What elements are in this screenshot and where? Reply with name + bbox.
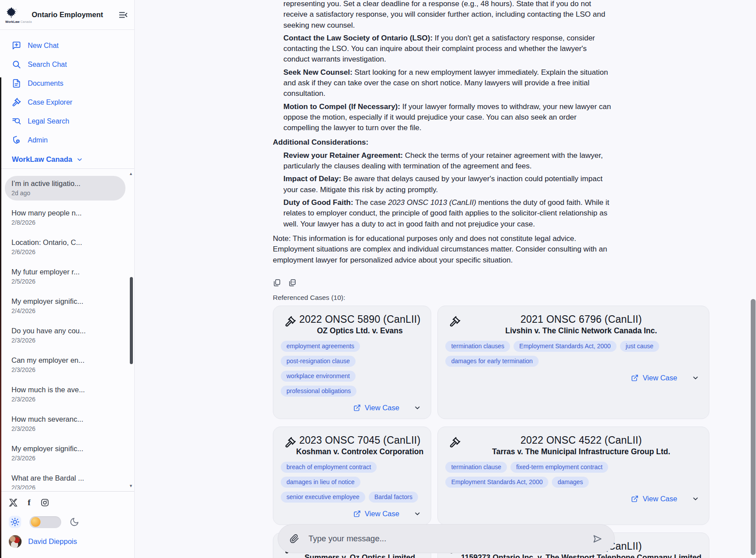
sidebar-item-legal-search[interactable]: Legal Search [0,112,134,131]
chat-history-item[interactable]: What are the Bardal ... 2/3/2026 [5,470,125,489]
sidebar-item-search-chat[interactable]: Search Chat [0,55,134,74]
user-name: David Dieppois [28,537,77,546]
gavel-icon [449,437,461,448]
chat-item-date: 2/3/2026 [11,455,119,462]
workspace-selector[interactable]: WorkLaw Canada [0,150,134,168]
expand-case-chevron-icon[interactable] [692,495,699,503]
view-case-button[interactable]: View Case [631,374,677,382]
x-icon[interactable] [9,498,18,507]
send-icon[interactable] [592,533,603,544]
case-tag: employment agreements [281,341,360,352]
legal-search-icon [12,117,21,126]
workspace-label: WorkLaw Canada [12,155,72,164]
chat-item-date: 2/3/2026 [11,366,119,373]
chat-item-title: Can my employer en... [11,356,119,365]
shield-user-icon [12,135,21,145]
chat-history-item[interactable]: My employer signific... 2/3/2026 [5,441,125,466]
desktop-edge-strip [0,77,1,558]
referenced-cases-grid: 2022 ONSC 5890 (CanLII) OZ Optics Ltd. v… [273,306,613,558]
chat-history-item[interactable]: Do you have any cou... 2/3/2026 [5,323,125,348]
case-name: OZ Optics Ltd. v. Evans [296,326,423,336]
case-card-footer: View Case [445,372,701,384]
case-card: 2023 ONSC 7045 (CanLII) Koshman v. Contr… [273,427,431,525]
maple-leaf-icon [5,7,27,20]
case-tag: professional obligations [281,386,356,397]
nav-label: Admin [28,136,48,144]
chat-history-item[interactable]: How many people n... 2/8/2026 [5,205,125,230]
case-tag: termination clause [445,462,507,473]
collapse-sidebar-icon[interactable] [118,10,128,20]
case-tag: workplace environment [281,371,356,382]
sidebar-item-new-chat[interactable]: New Chat [0,36,134,55]
message-paragraph: Duty of Good Faith: The case 2023 ONSC 1… [283,197,614,230]
avatar [9,535,22,548]
referenced-cases-label: Referenced Cases (10): [273,294,614,302]
chat-history-item[interactable]: My employer signific... 2/4/2026 [5,294,125,318]
scroll-down-icon[interactable]: ▼ [129,484,133,488]
chat-history-item[interactable]: How much severanc... 2/3/2026 [5,412,125,436]
case-tags: termination clausefixed-term employment … [445,462,701,488]
search-icon [12,60,21,69]
chat-history-item[interactable]: Location: Ontario, C... 2/6/2026 [5,235,125,259]
sidebar-scrollbar-thumb[interactable] [130,277,133,364]
social-links: f [9,497,125,508]
case-titles: 2022 ONSC 5890 (CanLII) OZ Optics Ltd. v… [296,314,423,336]
facebook-icon[interactable]: f [28,498,30,507]
nav-label: New Chat [28,42,59,50]
sidebar-item-admin[interactable]: Admin [0,131,134,150]
external-link-icon [353,510,361,518]
case-titles: 2023 ONSC 7045 (CanLII) Koshman v. Contr… [296,434,423,456]
copy-icon[interactable] [273,279,281,287]
sun-icon[interactable] [9,516,21,528]
case-card: 2022 ONSC 5890 (CanLII) OZ Optics Ltd. v… [273,306,431,419]
view-case-button[interactable]: View Case [631,495,677,503]
main-scrollbar-thumb[interactable] [751,299,756,555]
chat-history-item[interactable]: My futur employer r... 2/5/2026 [5,264,125,289]
instagram-icon[interactable] [40,498,49,507]
chat-item-date: 2/6/2026 [11,248,119,255]
document-icon [12,79,21,88]
message-input[interactable] [308,534,592,543]
message-paragraph: Contact the Law Society of Ontario (LSO)… [283,33,614,65]
divider [0,168,134,169]
view-case-button[interactable]: View Case [353,404,400,412]
case-tag: post-resignation clause [281,356,356,367]
sidebar-header: WorkLaw Canada Ontario Employment [0,0,134,30]
chat-item-date: 2/8/2026 [11,219,119,226]
moon-icon[interactable] [70,517,79,527]
gavel-icon [285,437,296,448]
theme-toggle[interactable] [29,516,61,528]
chat-history-list: I’m in active litigatio... 2d ago How ma… [0,174,130,489]
case-name: Tarras v. The Municipal Infrastructure G… [461,447,701,456]
gavel-icon [12,98,21,107]
expand-case-chevron-icon[interactable] [414,404,421,412]
case-tag: Employment Standards Act, 2000 [514,341,617,352]
sidebar-item-documents[interactable]: Documents [0,74,134,93]
sidebar-item-case-explorer[interactable]: Case Explorer [0,93,134,112]
message-paragraph: representing you. Set a clear deadline f… [283,0,614,31]
case-titles: 2021 ONSC 6796 (CanLII) Livshin v. The C… [461,314,701,336]
chat-item-title: How many people n... [11,209,119,217]
chat-item-title: My employer signific... [11,445,119,453]
chat-item-date: 2/4/2026 [11,307,119,314]
chat-history-item[interactable]: I’m in active litigatio... 2d ago [5,176,125,201]
copy-pdf-icon[interactable]: PDF [288,279,297,287]
chat-item-title: What are the Bardal ... [11,474,119,482]
expand-case-chevron-icon[interactable] [414,510,421,518]
user-account[interactable]: David Dieppois [9,535,125,548]
case-citation-title: 2022 ONSC 4522 (CanLII) [461,434,701,446]
sidebar-nav: New Chat Search Chat Documents [0,30,134,150]
external-link-icon [631,495,639,503]
chat-history-item[interactable]: How much is the ave... 2/3/2026 [5,382,125,407]
case-tag: damages in lieu of notice [281,477,360,488]
case-tag: damages for early termination [445,356,538,367]
external-link-icon [631,374,639,382]
chat-item-date: 2/3/2026 [11,396,119,403]
paperclip-icon[interactable] [290,534,299,543]
scroll-up-icon[interactable]: ▲ [129,171,133,176]
chat-history-item[interactable]: Can my employer en... 2/3/2026 [5,353,125,377]
view-case-label: View Case [365,404,400,412]
expand-case-chevron-icon[interactable] [692,374,699,382]
case-tags: termination clausesEmployment Standards … [445,341,701,367]
view-case-button[interactable]: View Case [353,510,400,518]
